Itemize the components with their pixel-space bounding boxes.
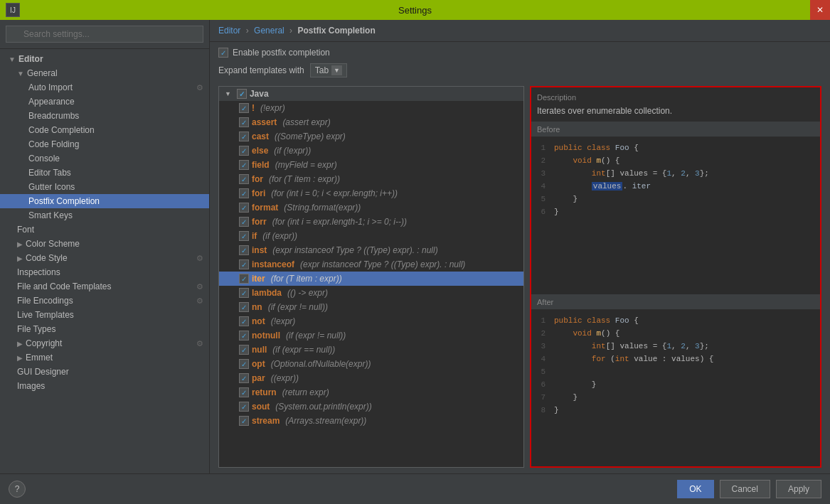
sidebar-item-auto-import[interactable]: Auto Import ⚙ [0, 80, 209, 95]
template-item-not[interactable]: ✓ not (!expr) [219, 314, 523, 328]
template-item-not[interactable]: ✓ ! (!expr) [219, 101, 523, 115]
item-checkbox[interactable]: ✓ [239, 160, 249, 170]
item-checkbox[interactable]: ✓ [239, 274, 249, 284]
item-checkbox[interactable]: ✓ [239, 217, 249, 227]
template-item-return[interactable]: ✓ return (return expr) [219, 385, 523, 400]
template-item-for[interactable]: ✓ for (for (T item : expr)) [219, 172, 523, 186]
expand-dropdown[interactable]: Tab ▼ [310, 63, 347, 77]
sidebar-item-live-templates[interactable]: Live Templates [0, 308, 209, 322]
help-button[interactable]: ? [9, 481, 26, 498]
enable-checkbox[interactable]: ✓ [218, 48, 228, 58]
sidebar-item-postfix-completion[interactable]: Postfix Completion [0, 194, 209, 208]
sidebar-item-smart-keys[interactable]: Smart Keys [0, 208, 209, 222]
item-checkbox[interactable]: ✓ [239, 402, 249, 412]
item-checkbox[interactable]: ✓ [239, 302, 249, 312]
dropdown-arrow-icon: ▼ [331, 65, 342, 75]
sidebar-item-font[interactable]: Font [0, 222, 209, 237]
sidebar-item-file-encodings[interactable]: File Encodings ⚙ [0, 294, 209, 308]
sidebar-item-copyright[interactable]: ▶ Copyright ⚙ [0, 336, 209, 350]
template-item-iter[interactable]: ✓ iter (for (T item : expr)) [219, 272, 523, 286]
code-line: 1 public class Foo { [537, 314, 814, 327]
sidebar-item-editor[interactable]: ▼ Editor [0, 52, 209, 66]
sidebar-item-code-completion[interactable]: Code Completion [0, 123, 209, 137]
item-checkbox[interactable]: ✓ [239, 231, 249, 241]
item-checkbox[interactable]: ✓ [239, 387, 249, 397]
sidebar-item-emmet[interactable]: ▶ Emmet [0, 350, 209, 365]
sidebar-item-color-scheme[interactable]: ▶ Color Scheme [0, 237, 209, 251]
sidebar-item-editor-tabs[interactable]: Editor Tabs [0, 166, 209, 180]
group-checkbox[interactable]: ✓ [237, 89, 247, 99]
template-item-inst[interactable]: ✓ inst (expr instanceof Type ? ((Type) e… [219, 243, 523, 257]
settings-icon: ⚙ [196, 339, 203, 348]
item-checkbox[interactable]: ✓ [239, 288, 249, 298]
item-checkbox[interactable]: ✓ [239, 416, 249, 426]
item-checkbox[interactable]: ✓ [239, 259, 249, 269]
enable-row: ✓ Enable postfix completion [218, 48, 821, 58]
sidebar-item-appearance[interactable]: Appearance [0, 95, 209, 109]
cancel-button[interactable]: Cancel [720, 480, 770, 498]
sidebar-item-breadcrumbs[interactable]: Breadcrumbs [0, 109, 209, 123]
template-item-fori[interactable]: ✓ fori (for (int i = 0; i < expr.length;… [219, 186, 523, 200]
item-checkbox[interactable]: ✓ [239, 345, 249, 355]
search-input[interactable] [6, 26, 203, 43]
sidebar-item-gui-designer[interactable]: GUI Designer [0, 365, 209, 379]
template-item-par[interactable]: ✓ par ((expr)) [219, 371, 523, 385]
item-checkbox[interactable]: ✓ [239, 316, 249, 326]
template-item-assert[interactable]: ✓ assert (assert expr) [219, 115, 523, 129]
expand-arrow: ▶ [17, 254, 23, 262]
ok-button[interactable]: OK [677, 480, 713, 498]
sidebar-item-file-types[interactable]: File Types [0, 322, 209, 336]
expand-arrow: ▶ [17, 354, 23, 362]
item-checkbox[interactable]: ✓ [239, 103, 249, 113]
item-checkbox[interactable]: ✓ [239, 245, 249, 255]
template-item-sout[interactable]: ✓ sout (System.out.println(expr)) [219, 400, 523, 414]
template-item-format[interactable]: ✓ format (String.format(expr)) [219, 200, 523, 215]
breadcrumb-editor[interactable]: Editor [218, 26, 240, 36]
sidebar-tree: ▼ Editor ▼ General Auto Import ⚙ Appeara… [0, 49, 209, 473]
template-item-else[interactable]: ✓ else (if (!expr)) [219, 144, 523, 158]
enable-checkbox-wrapper[interactable]: ✓ Enable postfix completion [218, 48, 330, 58]
app-icon: IJ [6, 3, 20, 17]
apply-button[interactable]: Apply [776, 480, 821, 498]
template-item-field[interactable]: ✓ field (myField = expr) [219, 158, 523, 172]
code-line: 3 int[] values = {1, 2, 3}; [537, 340, 814, 353]
code-line: 8 } [537, 404, 814, 417]
template-item-opt[interactable]: ✓ opt (Optional.ofNullable(expr)) [219, 357, 523, 371]
item-checkbox[interactable]: ✓ [239, 146, 249, 156]
sidebar-item-console[interactable]: Console [0, 151, 209, 166]
sidebar-item-general[interactable]: ▼ General [0, 66, 209, 80]
sidebar-item-inspections[interactable]: Inspections [0, 265, 209, 279]
breadcrumb-general[interactable]: General [254, 26, 284, 36]
item-checkbox[interactable]: ✓ [239, 203, 249, 213]
template-item-instanceof[interactable]: ✓ instanceof (expr instanceof Type ? ((T… [219, 257, 523, 272]
code-line: 5 } [537, 193, 814, 205]
item-checkbox[interactable]: ✓ [239, 132, 249, 141]
template-item-if[interactable]: ✓ if (if (expr)) [219, 229, 523, 243]
group-expand-icon: ▼ [225, 90, 231, 97]
template-item-cast[interactable]: ✓ cast ((SomeType) expr) [219, 129, 523, 144]
sidebar-item-code-style[interactable]: ▶ Code Style ⚙ [0, 251, 209, 265]
template-item-null[interactable]: ✓ null (if (expr == null)) [219, 343, 523, 357]
split-content: ▼ ✓ Java ✓ ! (!expr) ✓ assert [218, 86, 821, 468]
sidebar-item-images[interactable]: Images [0, 379, 209, 393]
settings-icon: ⚙ [196, 83, 203, 92]
sidebar-item-code-folding[interactable]: Code Folding [0, 137, 209, 151]
sidebar-item-file-code-templates[interactable]: File and Code Templates ⚙ [0, 279, 209, 294]
template-item-notnull[interactable]: ✓ notnull (if (expr != null)) [219, 328, 523, 343]
sidebar-item-gutter-icons[interactable]: Gutter Icons [0, 180, 209, 194]
code-line: 1 public class Foo { [537, 141, 814, 154]
template-group-java[interactable]: ▼ ✓ Java [219, 87, 523, 101]
item-checkbox[interactable]: ✓ [239, 331, 249, 341]
content-area: 🔍 ▼ Editor ▼ General Auto Import [0, 20, 830, 473]
item-checkbox[interactable]: ✓ [239, 373, 249, 383]
item-checkbox[interactable]: ✓ [239, 188, 249, 198]
item-checkbox[interactable]: ✓ [239, 174, 249, 184]
template-item-stream[interactable]: ✓ stream (Arrays.stream(expr)) [219, 414, 523, 428]
close-button[interactable]: ✕ [810, 0, 830, 20]
template-item-lambda[interactable]: ✓ lambda (() -> expr) [219, 286, 523, 300]
template-item-forr[interactable]: ✓ forr (for (int i = expr.length-1; i >=… [219, 215, 523, 229]
settings-content: ✓ Enable postfix completion Expand templ… [210, 42, 830, 473]
template-item-nn[interactable]: ✓ nn (if (expr != null)) [219, 300, 523, 314]
item-checkbox[interactable]: ✓ [239, 359, 249, 369]
item-checkbox[interactable]: ✓ [239, 117, 249, 127]
